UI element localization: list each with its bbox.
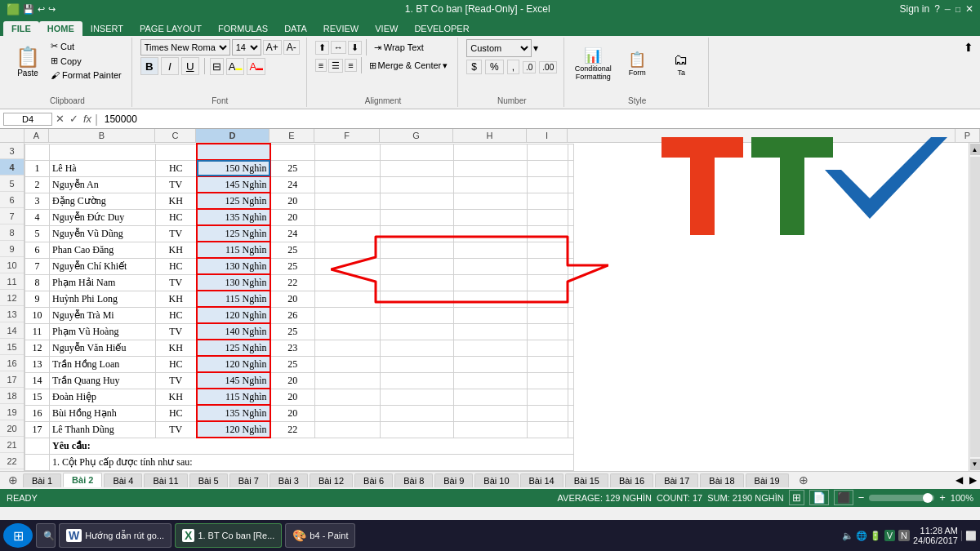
sheet-tab-bai10[interactable]: Bài 10	[474, 473, 518, 487]
formula-input[interactable]	[101, 113, 977, 125]
add-sheet-btn[interactable]: ⊕	[794, 472, 813, 488]
font-face-select[interactable]: Times New Roma	[140, 39, 230, 56]
col-header-e[interactable]: E	[270, 129, 314, 142]
col-header-c[interactable]: C	[155, 129, 196, 142]
cell-i3[interactable]	[528, 144, 568, 160]
percent-button[interactable]: %	[485, 60, 504, 74]
cell-c3[interactable]	[156, 144, 197, 160]
cell-h3[interactable]	[454, 144, 528, 160]
cut-button[interactable]: ✂ Cut	[47, 39, 125, 53]
sheet-tab-bai11[interactable]: Bài 11	[144, 473, 187, 487]
table-row[interactable]: 13 Trần Hồng Loan HC 120 Nghìn 25	[25, 356, 574, 372]
sheet-tab-bai16[interactable]: Bài 16	[610, 473, 653, 487]
sheet-tab-bai19[interactable]: Bài 19	[746, 473, 789, 487]
confirm-formula-icon[interactable]: ✓	[69, 113, 78, 125]
tab-developer[interactable]: DEVELOPER	[406, 21, 477, 36]
fill-color-icon[interactable]: A▬	[226, 58, 245, 75]
taskbar-word[interactable]: W Hướng dẫn rút go...	[59, 523, 172, 548]
dec-inc-button[interactable]: .0	[523, 61, 536, 73]
taskbar-search[interactable]: 🔍	[36, 523, 56, 548]
sheet-tab-bai15[interactable]: Bài 15	[565, 473, 608, 487]
tab-file[interactable]: FILE	[3, 21, 39, 36]
table-row[interactable]: 15 Đoàn Hiệp KH 115 Nghìn 20	[25, 389, 574, 405]
table-row[interactable]: 11 Phạm Vũ Hoàng TV 140 Nghìn 25	[25, 323, 574, 340]
taskbar-paint[interactable]: 🎨 b4 - Paint	[285, 523, 355, 548]
tab-insert[interactable]: INSERT	[82, 21, 131, 36]
table-row[interactable]: 1 Lê Hà HC 150 Nghìn 25	[25, 160, 574, 176]
help-btn[interactable]: ?	[934, 3, 940, 15]
cancel-formula-icon[interactable]: ✕	[56, 113, 65, 125]
cell-f3[interactable]	[315, 144, 381, 160]
paste-button[interactable]: 📋 Paste	[10, 39, 46, 84]
align-top-icon[interactable]: ⬆	[315, 41, 329, 55]
col-header-b[interactable]: B	[49, 129, 155, 142]
table-row[interactable]: 4 Nguyễn Đức Duy HC 135 Nghìn 20	[25, 209, 574, 225]
sheet-tab-bai17[interactable]: Bài 17	[655, 473, 698, 487]
comma-button[interactable]: ,	[507, 60, 519, 74]
font-size-select[interactable]: 14	[232, 39, 261, 56]
table-row[interactable]: 3 Đặng Cường KH 125 Nghìn 20	[25, 193, 574, 209]
start-button[interactable]: ⊞	[3, 523, 33, 548]
table-row[interactable]: 17 Lê Thanh Dũng TV 120 Nghìn 22	[25, 421, 574, 438]
sheet-tab-bai14[interactable]: Bài 14	[520, 473, 564, 487]
format-painter-button[interactable]: 🖌 Format Painter	[47, 69, 125, 82]
table-row[interactable]: 12 Nguyễn Văn Hiếu KH 125 Nghìn 23	[25, 340, 574, 356]
merge-center-button[interactable]: ⊞ Merge & Center ▾	[366, 60, 452, 72]
sheet-tab-bai3[interactable]: Bài 3	[270, 473, 308, 487]
align-bottom-icon[interactable]: ⬇	[348, 41, 362, 55]
align-center-icon[interactable]: ☰	[328, 59, 343, 73]
sheet-tab-bai12[interactable]: Bài 12	[310, 473, 353, 487]
tab-view[interactable]: VIEW	[367, 21, 406, 36]
cell-d3[interactable]	[197, 144, 270, 160]
font-color-icon[interactable]: A▬	[247, 58, 265, 75]
dollar-button[interactable]: $	[466, 60, 482, 74]
vertical-scrollbar[interactable]: ▲ ▼	[969, 143, 980, 471]
tab-review[interactable]: REVIEW	[315, 21, 367, 36]
scroll-tabs-left[interactable]: ◀	[952, 473, 966, 487]
quick-access-save[interactable]: 💾	[23, 4, 34, 15]
maximize-btn[interactable]: □	[956, 5, 960, 14]
align-left-icon[interactable]: ≡	[315, 59, 327, 72]
sheet-tab-bai6[interactable]: Bài 6	[354, 473, 393, 487]
sign-in[interactable]: Sign in	[899, 3, 929, 15]
sheet-tab-bai4[interactable]: Bài 4	[104, 473, 142, 487]
sheet-tab-bai7[interactable]: Bài 7	[229, 473, 268, 487]
zoom-slider[interactable]	[869, 495, 934, 501]
col-header-a[interactable]: A	[24, 129, 49, 142]
italic-button[interactable]: I	[161, 57, 179, 75]
sheet-tab-bai9[interactable]: Bài 9	[434, 473, 473, 487]
copy-button[interactable]: ⊞ Copy	[47, 54, 125, 68]
cell-b3[interactable]	[50, 144, 156, 160]
table-row[interactable]: 2 Nguyễn An TV 145 Nghìn 24	[25, 176, 574, 193]
col-header-h[interactable]: H	[453, 129, 527, 142]
scroll-down-btn[interactable]: ▼	[970, 459, 980, 470]
underline-button[interactable]: U	[181, 57, 199, 75]
table-row[interactable]: 7 Nguyễn Chí Khiết HC 130 Nghìn 25	[25, 258, 574, 274]
tab-formulas[interactable]: FORMULAS	[210, 21, 276, 36]
tab-home[interactable]: HOME	[39, 21, 82, 36]
zoom-out-icon[interactable]: −	[858, 491, 865, 504]
format-as-table-button[interactable]: 📋 Form	[617, 39, 657, 88]
col-header-g[interactable]: G	[380, 129, 453, 142]
col-header-p[interactable]: P	[956, 129, 980, 142]
minimize-btn[interactable]: ─	[945, 5, 951, 14]
sheet-tab-bai8[interactable]: Bài 8	[394, 473, 433, 487]
cell-reference-box[interactable]	[3, 113, 52, 126]
show-desktop-btn[interactable]: ⬜	[961, 531, 977, 541]
cell-styles-button[interactable]: 🗂 Ta	[661, 39, 702, 88]
cell-a3[interactable]	[25, 144, 50, 160]
quick-access-undo[interactable]: ↩	[38, 4, 45, 15]
normal-view-icon[interactable]: ⊞	[789, 490, 804, 505]
scroll-tabs-right[interactable]: ▶	[966, 473, 980, 487]
sheet-tab-bai1[interactable]: Bài 1	[23, 473, 61, 487]
scroll-track[interactable]	[970, 157, 980, 457]
cell-g3[interactable]	[381, 144, 454, 160]
page-break-icon[interactable]: ⬛	[834, 490, 853, 505]
conditional-formatting-button[interactable]: 📊 ConditionalFormatting	[572, 39, 613, 88]
col-header-d[interactable]: D	[196, 129, 270, 142]
sheet-tab-bai5[interactable]: Bài 5	[189, 473, 228, 487]
taskbar-excel[interactable]: X 1. BT Co ban [Re...	[175, 523, 282, 548]
sheet-tab-bai2[interactable]: Bài 2	[63, 473, 102, 487]
close-btn[interactable]: ✕	[965, 3, 973, 15]
sheet-tab-bai18[interactable]: Bài 18	[700, 473, 743, 487]
